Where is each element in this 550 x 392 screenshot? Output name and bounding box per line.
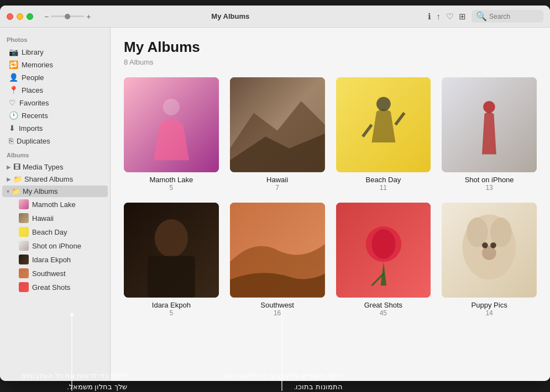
sidebar-sub-item-beach-day[interactable]: Beach Day xyxy=(2,225,108,239)
sub-item-label: Southwest xyxy=(32,269,66,278)
close-button[interactable] xyxy=(7,13,13,20)
album-name: Mamoth Lake xyxy=(149,176,193,184)
svg-point-6 xyxy=(483,101,495,113)
sidebar-sub-item-shot-on-iphone[interactable]: Shot on iPhone xyxy=(2,239,108,252)
sidebar-item-imports[interactable]: ⬇ Imports xyxy=(2,122,108,134)
media-types-icon: 🎞 xyxy=(13,163,20,171)
album-item-southwest[interactable]: Southwest 16 xyxy=(230,203,325,317)
sidebar-item-label: People xyxy=(22,73,101,82)
info-icon[interactable]: ℹ xyxy=(428,12,431,22)
chevron-down-icon: ▾ xyxy=(7,188,9,194)
favorites-icon: ♡ xyxy=(9,98,16,107)
annotation-area: לחצ/י כדי לראות את כל האלבומים שלך בחלון… xyxy=(0,348,550,392)
page-title: My Albums xyxy=(124,39,537,56)
share-icon[interactable]: ↑ xyxy=(437,12,441,21)
sub-item-label: Mamoth Lake xyxy=(32,200,76,209)
sidebar-sub-item-idara-ekpoh[interactable]: Idara Ekpoh xyxy=(2,253,108,266)
album-item-great-shots[interactable]: Great Shots 45 xyxy=(336,203,431,317)
sidebar-item-duplicates[interactable]: ⎘ Duplicates xyxy=(2,135,108,147)
album-name: Puppy Pics xyxy=(472,301,507,309)
sidebar-group-shared-albums[interactable]: ▶ 📁 Shared Albums xyxy=(2,173,108,185)
sidebar-item-memories[interactable]: 🔁 Memories xyxy=(2,59,108,71)
album-item-puppy-pics[interactable]: Puppy Pics 14 xyxy=(442,203,537,317)
album-thumbnail xyxy=(19,268,29,278)
chevron-right-icon: ▶ xyxy=(7,164,11,170)
titlebar-center: My Albums xyxy=(33,12,428,20)
titlebar: − + My Albums ℹ ↑ ♡ ⊞ 🔍 xyxy=(0,6,550,28)
sidebar-item-people[interactable]: 👤 People xyxy=(2,71,108,83)
album-thumbnail xyxy=(19,282,29,292)
svg-rect-9 xyxy=(148,256,195,297)
grid-icon[interactable]: ⊞ xyxy=(459,12,466,22)
library-icon: 📷 xyxy=(9,47,18,56)
svg-point-4 xyxy=(376,97,390,111)
album-item-beach-day[interactable]: Beach Day 11 xyxy=(336,77,431,192)
album-name: Southwest xyxy=(260,301,294,309)
album-count: 5 xyxy=(170,309,174,317)
sidebar-item-favorites[interactable]: ♡ Favorites xyxy=(2,97,108,109)
sidebar-item-label: Places xyxy=(22,86,101,94)
album-item-idara-ekpoh[interactable]: Idara Ekpoh 5 xyxy=(124,203,219,317)
album-thumbnail xyxy=(19,227,29,237)
recents-icon: 🕐 xyxy=(9,111,18,120)
sub-item-label: Idara Ekpoh xyxy=(32,256,71,264)
sidebar-sub-item-mamoth-lake[interactable]: Mamoth Lake xyxy=(2,198,108,211)
sub-item-label: Shot on iPhone xyxy=(32,242,81,250)
album-thumbnail xyxy=(124,77,219,172)
album-count: 5 xyxy=(170,184,174,192)
group-label: My Albums xyxy=(23,187,58,195)
sidebar-sub-item-great-shots[interactable]: Great Shots xyxy=(2,280,108,294)
album-thumbnail xyxy=(230,203,325,298)
album-count: 11 xyxy=(380,184,387,192)
zoom-out-button[interactable]: − xyxy=(44,12,49,21)
album-name: Beach Day xyxy=(366,176,401,184)
album-count: 13 xyxy=(485,184,493,192)
favorite-icon[interactable]: ♡ xyxy=(446,12,453,22)
album-count: 7 xyxy=(275,184,279,192)
sidebar-item-recents[interactable]: 🕐 Recents xyxy=(2,109,108,121)
album-thumbnail xyxy=(442,203,537,298)
sidebar-item-label: Recents xyxy=(22,112,101,120)
album-count: 45 xyxy=(380,309,387,317)
zoom-in-button[interactable]: + xyxy=(86,12,91,21)
album-count: 16 xyxy=(274,309,281,317)
sidebar-item-label: Imports xyxy=(19,124,101,133)
album-item-shot-on-iphone[interactable]: Shot on iPhone 13 xyxy=(442,77,537,192)
albums-grid: Mamoth Lake 5 xyxy=(124,77,537,317)
sidebar-item-label: Memories xyxy=(22,61,101,69)
search-input[interactable] xyxy=(489,13,544,20)
annotation-text: לחצ/י כדי לראות את כל האלבומים שלך בחלון… xyxy=(17,370,127,392)
sidebar-group-my-albums[interactable]: ▾ 📁 My Albums xyxy=(2,186,108,197)
sub-item-label: Great Shots xyxy=(32,283,70,292)
zoom-slider[interactable] xyxy=(51,15,84,17)
album-thumbnail xyxy=(336,77,431,172)
sidebar-item-places[interactable]: 📍 Places xyxy=(2,84,108,96)
sidebar-item-library[interactable]: 📷 Library xyxy=(2,46,108,58)
minimize-button[interactable] xyxy=(17,13,23,20)
album-thumbnail xyxy=(19,241,29,251)
sidebar-item-label: Library xyxy=(22,48,101,56)
sidebar-group-media-types[interactable]: ▶ 🎞 Media Types xyxy=(2,161,108,173)
svg-point-19 xyxy=(482,242,488,248)
albums-section-label: Albums xyxy=(0,147,110,161)
sidebar-sub-item-southwest[interactable]: Southwest xyxy=(2,267,108,280)
zoom-slider-thumb xyxy=(65,14,70,19)
duplicates-icon: ⎘ xyxy=(9,136,13,145)
annotation-left: לחצ/י כדי לראות את כל האלבומים שלך בחלון… xyxy=(17,370,127,392)
search-box[interactable]: 🔍 xyxy=(472,10,543,23)
main-panel: My Albums 8 Albums xyxy=(111,28,550,381)
annotation-right: לחצ/י פעמיים על אלבום כדי לראות את התמונ… xyxy=(221,370,343,392)
annotation-text: לחצ/י פעמיים על אלבום כדי לראות את התמונ… xyxy=(221,370,343,392)
sidebar-item-label: Duplicates xyxy=(17,137,101,145)
album-item-hawaii[interactable]: Hawaii 7 xyxy=(230,77,325,192)
album-count: 14 xyxy=(485,309,493,317)
album-thumbnail xyxy=(336,203,431,298)
maximize-button[interactable] xyxy=(27,13,33,20)
search-icon: 🔍 xyxy=(476,11,487,22)
traffic-lights xyxy=(7,13,33,20)
album-name: Hawaii xyxy=(266,176,288,184)
svg-point-1 xyxy=(163,99,180,115)
album-thumbnail xyxy=(442,77,537,172)
sidebar-sub-item-hawaii[interactable]: Hawaii xyxy=(2,211,108,225)
album-item-mamoth-lake[interactable]: Mamoth Lake 5 xyxy=(124,77,219,192)
